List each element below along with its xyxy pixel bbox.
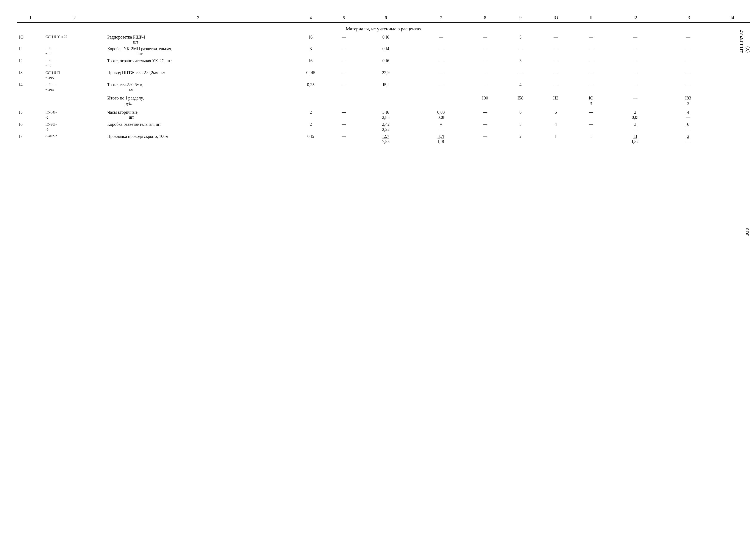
row-col4-i3: 0,0I5: [291, 69, 331, 81]
row-ref-ii: —"-—п.I3: [44, 45, 106, 58]
row-col5-i6: —: [331, 121, 357, 133]
row-id-ii: II: [17, 45, 44, 58]
row-col13-i2: —: [662, 58, 715, 69]
main-table: I 2 3 4 5 6 7 8 9 IO II I2 I3 I4 Материа…: [17, 13, 750, 145]
row-col11-i6: —: [574, 121, 609, 133]
row-col7-i7: 3,7I I,I8: [415, 133, 468, 145]
itogo-col6: [357, 93, 415, 107]
col-header-9: 9: [503, 13, 538, 22]
header-row: I 2 3 4 5 6 7 8 9 IO II I2 I3 I4: [17, 13, 750, 22]
row-ref-i7: 8-402-2: [44, 133, 106, 145]
row-col7-i2: —: [415, 58, 468, 69]
col-header-5: 5: [331, 13, 357, 22]
row-desc-i4: То же, сеч.2×0,6мм, км: [106, 81, 291, 93]
row-col9-i5: 6: [503, 109, 538, 121]
row-col11-i7: I: [574, 133, 609, 145]
row-col4-io: I6: [291, 34, 331, 45]
row-col9-io: 3: [503, 34, 538, 45]
col-header-6: 6: [357, 13, 415, 22]
row-col12-i4: —: [608, 81, 662, 93]
col-header-13: I3: [662, 13, 715, 22]
row-col12-i6: 3 —: [608, 121, 662, 133]
row-col6-i4: I5,I: [357, 81, 415, 93]
row-col5-i4: —: [331, 81, 357, 93]
row-id-i4: I4: [17, 81, 44, 93]
row-col4-i2: I6: [291, 58, 331, 69]
itogo-col13: I83 3: [662, 93, 715, 107]
row-ref-i6: IO-38I--6: [44, 121, 106, 133]
table-row: I7 8-402-2 Прокладка провода скрыто, 100…: [17, 133, 750, 145]
row-col8-i5: —: [468, 109, 503, 121]
row-col8-ii: —: [468, 45, 503, 58]
row-col12-i5: 2 0,0I: [608, 109, 662, 121]
row-col13-i4: —: [662, 81, 715, 93]
row-col10-i6: 4: [538, 121, 574, 133]
row-desc-i6: Коробка разветвительная, шт: [106, 121, 291, 133]
row-ref-i5: IO-84I--2: [44, 109, 106, 121]
row-desc-i7: Прокладка провода скрыто, 100м: [106, 133, 291, 145]
itogo-col9: I58: [503, 93, 538, 107]
row-col14-i6: [715, 121, 750, 133]
col-header-7: 7: [415, 13, 468, 22]
row-col10-io: —: [538, 34, 574, 45]
row-col4-i4: 0,25: [291, 81, 331, 93]
row-col9-i3: —: [503, 69, 538, 81]
row-id-i5: I5: [17, 109, 44, 121]
itogo-ref: [44, 93, 106, 107]
row-col10-i2: —: [538, 58, 574, 69]
row-col5-i3: —: [331, 69, 357, 81]
row-id-i3: I3: [17, 69, 44, 81]
row-col9-i7: 2: [503, 133, 538, 145]
row-col7-i4: —: [415, 81, 468, 93]
row-col10-i4: —: [538, 81, 574, 93]
row-col13-i6: 6 —: [662, 121, 715, 133]
row-desc-i3: Провод ППТЖ сеч. 2×I,2мм, км: [106, 69, 291, 81]
col-header-1: I: [17, 13, 44, 22]
row-col12-i2: —: [608, 58, 662, 69]
table-row: IO ССЦ-5-У п.22 Радиорозетка РШР-I шт I6…: [17, 34, 750, 45]
itogo-col14: [715, 93, 750, 107]
table-row: I5 IO-84I--2 Часы вторичные, шт 2 — 3,I6…: [17, 109, 750, 121]
col-header-4: 4: [291, 13, 331, 22]
row-desc-ii: Коробка УК-2МП разветвительная, шт: [106, 45, 291, 58]
row-col14-i3: [715, 69, 750, 81]
row-col10-ii: —: [538, 45, 574, 58]
row-col7-io: —: [415, 34, 468, 45]
row-col12-io: —: [608, 34, 662, 45]
row-col9-i2: 3: [503, 58, 538, 69]
row-col7-i6: = —: [415, 121, 468, 133]
row-col11-i4: —: [574, 81, 609, 93]
col-header-14: I4: [715, 13, 750, 22]
row-col9-i4: 4: [503, 81, 538, 93]
row-col6-i6: 2,42 2,22: [357, 121, 415, 133]
row-id-i2: I2: [17, 58, 44, 69]
row-ref-i3: ССЦ-5-Пп.495: [44, 69, 106, 81]
row-col14-i2: [715, 58, 750, 69]
row-id-i6: I6: [17, 121, 44, 133]
row-col11-i2: —: [574, 58, 609, 69]
row-col5-i5: —: [331, 109, 357, 121]
itogo-col7: [415, 93, 468, 107]
section-title-row: Материалы, не учтенные в расценках: [17, 22, 750, 34]
table-row: I3 ССЦ-5-Пп.495 Провод ППТЖ сеч. 2×I,2мм…: [17, 69, 750, 81]
row-desc-i2: То же, ограничительная УК-2С, шт: [106, 58, 291, 69]
row-col8-i4: —: [468, 81, 503, 93]
row-col13-io: —: [662, 34, 715, 45]
row-col14-i5: [715, 109, 750, 121]
row-col7-i5: 0,03 0,0I: [415, 109, 468, 121]
col-header-8: 8: [468, 13, 503, 22]
row-col11-ii: —: [574, 45, 609, 58]
table-row: I6 IO-38I--6 Коробка разветвительная, шт…: [17, 121, 750, 133]
row-col4-i5: 2: [291, 109, 331, 121]
itogo-col12: —: [608, 93, 662, 107]
table-row: I2 —"-—п.I2 То же, ограничительная УК-2С…: [17, 58, 750, 69]
row-col4-i7: 0,I5: [291, 133, 331, 145]
row-col5-ii: —: [331, 45, 357, 58]
row-col10-i5: 6: [538, 109, 574, 121]
row-ref-i4: —"-—п.494: [44, 81, 106, 93]
annotation-411: 4II-I-I37.87 (V): [739, 30, 750, 53]
row-col13-i3: —: [662, 69, 715, 81]
row-col12-ii: —: [608, 45, 662, 58]
row-col4-i6: 2: [291, 121, 331, 133]
row-col13-i5: 4 —: [662, 109, 715, 121]
